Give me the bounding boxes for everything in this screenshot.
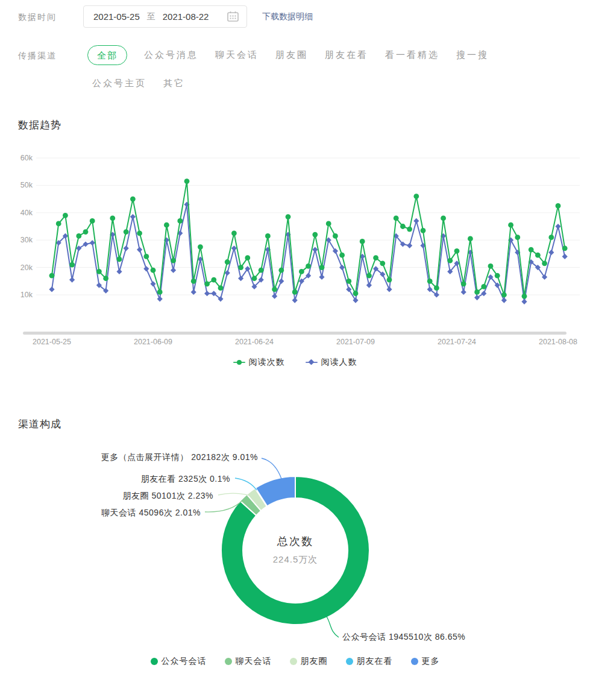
data-point [90, 240, 95, 245]
date-start-value: 2021-05-25 [93, 11, 140, 22]
data-point [353, 297, 358, 303]
date-filter-label: 数据时间 [18, 12, 57, 23]
channel-tab-chat-session[interactable]: 聊天会话 [215, 49, 259, 61]
data-point [394, 215, 399, 221]
channel-tab-all[interactable]: 全部 [87, 45, 127, 65]
donut-legend-item-gzh-session[interactable]: 公众号会话 [151, 656, 207, 667]
data-point [252, 276, 257, 281]
y-axis-tick-label: 40k [20, 209, 33, 217]
data-point [521, 299, 527, 304]
channel-tab-top-stories[interactable]: 看一看精选 [385, 49, 439, 61]
data-point [529, 247, 534, 253]
donut-legend-item-moments[interactable]: 朋友圈 [290, 656, 328, 667]
x-axis-tick-label: 2021-08-08 [539, 338, 577, 346]
data-point [218, 285, 224, 291]
data-point [63, 213, 68, 218]
callout-more-expandable[interactable]: 更多（点击展开详情） 202182次 9.01% [101, 452, 258, 463]
date-range-picker[interactable]: 2021-05-25 至 2021-08-22 [83, 5, 247, 28]
channel-tab-friends-reading[interactable]: 朋友在看 [325, 49, 368, 61]
data-point [103, 276, 108, 281]
channel-tabs-row-2: 公众号主页 其它 [92, 78, 185, 89]
data-point [278, 268, 284, 273]
data-point [49, 286, 54, 292]
data-point [501, 297, 507, 303]
channel-filter-label: 传播渠道 [18, 51, 57, 61]
data-point [312, 232, 318, 238]
donut-center-label: 总次数 224.5万次 [235, 534, 356, 566]
x-axis-tick-label: 2021-07-24 [438, 338, 476, 346]
callout-leader-line [326, 616, 339, 637]
data-point [130, 197, 136, 202]
data-point [137, 230, 142, 236]
channel-tabs-row-1: 全部 公众号消息 聊天会话 朋友圈 朋友在看 看一看精选 搜一搜 [87, 45, 489, 65]
channel-tab-search[interactable]: 搜一搜 [456, 49, 489, 61]
x-axis-tick-label: 2021-06-09 [134, 338, 172, 346]
y-axis-tick-label: 10k [20, 291, 33, 299]
data-point [137, 247, 142, 252]
channel-tab-gzh-profile[interactable]: 公众号主页 [92, 78, 146, 89]
download-data-link[interactable]: 下载数据明细 [262, 11, 313, 22]
data-point [461, 281, 466, 286]
diamond-marker-icon [306, 359, 318, 366]
calendar-icon [227, 10, 239, 23]
channel-composition-chart: 更多（点击展开详情） 202182次 9.01% 朋友在看 2325次 0.1%… [0, 440, 590, 696]
data-point [292, 297, 298, 303]
callout-chat-session: 聊天会话 45096次 2.01% [101, 508, 201, 519]
data-point [76, 233, 81, 239]
data-point [474, 295, 480, 300]
data-point [474, 289, 480, 295]
trend-line-chart: 10k20k30k40k50k60k2021-05-252021-06-0920… [0, 148, 590, 353]
data-point [184, 178, 190, 184]
data-point [353, 291, 359, 296]
data-point [421, 228, 426, 233]
data-point [407, 227, 412, 232]
donut-legend-item-friends-reading[interactable]: 朋友在看 [346, 656, 393, 667]
y-axis-tick-label: 50k [20, 181, 33, 189]
donut-legend-item-chat-session[interactable]: 聊天会话 [225, 656, 272, 667]
legend-dot-icon [225, 658, 232, 665]
data-point [110, 215, 115, 221]
data-point [373, 255, 378, 260]
trend-legend-item-reader-count[interactable]: 阅读人数 [306, 357, 357, 368]
callout-friends-reading: 朋友在看 2325次 0.1% [141, 474, 230, 485]
callout-leader-line [235, 478, 257, 490]
channel-tab-gzh-message[interactable]: 公众号消息 [144, 49, 198, 61]
data-point [434, 285, 439, 291]
channel-tab-other[interactable]: 其它 [163, 78, 185, 89]
data-point [306, 263, 311, 269]
data-point [116, 269, 122, 274]
data-point [143, 266, 149, 271]
donut-legend-label: 朋友圈 [301, 656, 328, 667]
donut-center-title: 总次数 [235, 534, 356, 549]
y-axis-tick-label: 30k [20, 236, 33, 244]
trend-legend-label: 阅读人数 [321, 357, 357, 368]
data-point [548, 250, 554, 255]
data-point [265, 233, 271, 239]
data-point [69, 262, 75, 268]
data-point [171, 258, 176, 263]
data-point [556, 203, 561, 209]
data-point [157, 289, 163, 295]
data-point [441, 215, 446, 221]
channel-tab-moments[interactable]: 朋友圈 [275, 49, 308, 61]
data-point [151, 268, 156, 273]
data-point [400, 224, 406, 229]
date-to-label: 至 [147, 11, 155, 22]
data-point [339, 265, 345, 270]
donut-legend-label: 更多 [422, 656, 440, 667]
donut-center-value: 224.5万次 [235, 554, 356, 566]
data-point [83, 241, 88, 247]
data-point [542, 260, 547, 266]
data-point [292, 289, 298, 295]
data-point [447, 258, 453, 263]
donut-legend-item-more[interactable]: 更多 [411, 656, 440, 667]
chart-scrollbar[interactable] [23, 332, 566, 335]
data-point [562, 245, 568, 251]
trend-legend-label: 阅读次数 [249, 357, 285, 368]
data-point [508, 222, 513, 228]
donut-legend-label: 公众号会话 [162, 656, 207, 667]
data-point [231, 245, 237, 251]
trend-legend-item-read-count[interactable]: 阅读次数 [233, 357, 285, 368]
legend-dot-icon [411, 658, 418, 665]
series-line-阅读次数 [52, 181, 565, 297]
